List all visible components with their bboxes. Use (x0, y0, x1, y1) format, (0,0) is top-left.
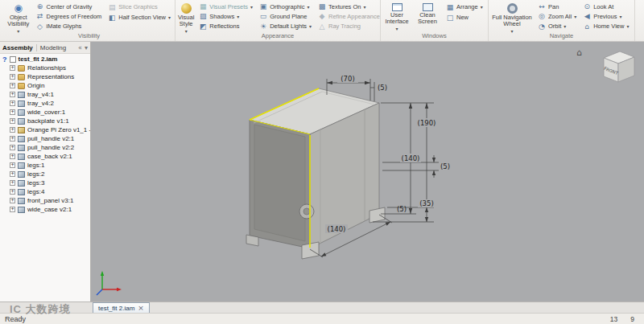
expand-icon[interactable]: + (10, 65, 15, 71)
orthographic-button[interactable]: ▣ Orthographic ▾ (258, 2, 313, 11)
tree-item-wide-cover-1[interactable]: + wide_cover:1 (0, 108, 90, 117)
tab-modeling[interactable]: Modeling (40, 44, 66, 51)
previous-icon: ◀ (583, 12, 591, 20)
object-visibility-button[interactable]: ◉ Object Visibility ▾ (6, 2, 31, 31)
tree-item-pull-handle-v2-2[interactable]: + pull_handle v2:2 (0, 143, 90, 152)
tree-item-tray-v4-2[interactable]: + tray_v4:2 (0, 99, 90, 108)
default-lights-icon: ☀ (259, 23, 267, 31)
ribbon-group-label-windows[interactable]: Windows (383, 31, 485, 41)
status-count-occurrences: 13 (610, 315, 617, 323)
degrees-of-freedom-label: Degrees of Freedom (47, 13, 102, 20)
degrees-of-freedom-button[interactable]: ⇄ Degrees of Freedom (35, 11, 104, 21)
expand-icon[interactable]: + (10, 136, 15, 141)
tree-item-backplate-v1-1[interactable]: + backplate v1:1 (0, 117, 90, 125)
tree-item-front-panel-v3-1[interactable]: + front_panel v3:1 (0, 196, 90, 205)
tree-item-legs-1[interactable]: + legs:1 (0, 161, 90, 170)
half-section-view-button[interactable]: ◧ Half Section View ▾ (106, 12, 172, 23)
viewport-3d[interactable]: (70) (5) (190) (140) (5) (35) (140) (5) … (91, 42, 644, 301)
half-section-view-label: Half Section View (118, 14, 166, 21)
status-bar: Ready 13 9 (0, 313, 644, 324)
new-window-button[interactable]: □ New (444, 12, 485, 23)
ribbon-group-label-navigate[interactable]: Navigate (491, 31, 632, 41)
pan-button[interactable]: ↔ Pan (536, 2, 578, 11)
center-of-gravity-button[interactable]: ⊕ Center of Gravity (35, 2, 104, 11)
tab-assembly[interactable]: Assembly (2, 44, 37, 51)
expand-icon[interactable]: + (10, 127, 15, 133)
textures-on-button[interactable]: ▩ Textures On ▾ (316, 2, 382, 11)
tree-item-root-document[interactable]: ? test_fit 2.iam (0, 55, 90, 64)
expand-icon[interactable]: + (10, 162, 15, 168)
viewcube[interactable]: ⌂ FRONT (576, 46, 638, 88)
ribbon-group-label-appearance[interactable]: Appearance (178, 31, 378, 41)
expand-icon[interactable]: + (10, 145, 15, 150)
chevron-down-icon: ▾ (564, 23, 566, 29)
ray-tracing-button: △ Ray Tracing (316, 22, 382, 31)
tree-item-label: legs:1 (27, 162, 44, 169)
tree-item-case-back-v2-1[interactable]: + case_back v2:1 (0, 152, 90, 161)
tree-item-legs-4[interactable]: + legs:4 (0, 187, 90, 196)
orthographic-label: Orthographic (270, 3, 304, 10)
expand-icon[interactable]: + (10, 189, 15, 195)
tree-item-legs-3[interactable]: + legs:3 (0, 178, 90, 187)
tree-item-orange-pi-zero[interactable]: + Orange Pi Zero v1_1 - Ensambl (0, 125, 90, 134)
tree-item-legs-2[interactable]: + legs:2 (0, 170, 90, 178)
viewcube-cube[interactable]: FRONT (591, 46, 638, 86)
zoom-all-label: Zoom All (548, 13, 572, 20)
home-view-button[interactable]: ⌂ Home View ▾ (581, 22, 630, 31)
expand-icon[interactable]: + (10, 92, 15, 97)
shadows-button[interactable]: ▨ Shadows ▾ (197, 11, 254, 21)
chevron-down-icon: ▾ (309, 23, 312, 29)
part-icon (18, 207, 25, 213)
ribbon-group-windows: User Interface ▾ Clean Screen ▦ Arrange … (381, 0, 489, 41)
ribbon-group-label-visibility[interactable]: Visibility (6, 31, 172, 41)
tree-item-pull-handle-v2-1[interactable]: + pull_handle v2:1 (0, 134, 90, 143)
tree-item-label: pull_handle v2:2 (27, 144, 74, 151)
tree-item-origin[interactable]: + Origin (0, 81, 90, 90)
reflections-button[interactable]: ◩ Reflections (197, 22, 254, 31)
expand-icon[interactable]: + (10, 118, 15, 124)
zoom-all-button[interactable]: ◎ Zoom All ▾ (536, 11, 578, 21)
tree-item-relationships[interactable]: + Relationships (0, 64, 90, 72)
tree-item-tray-v4-1[interactable]: + tray_v4:1 (0, 90, 90, 99)
expand-icon[interactable]: + (10, 180, 15, 186)
chevron-down-icon: ▾ (250, 4, 253, 10)
object-visibility-label: Object Visibility (6, 14, 31, 27)
look-at-button[interactable]: ⊙ Look At (581, 2, 630, 11)
browser-tree: ? test_fit 2.iam + Relationships + Repre… (0, 54, 90, 301)
previous-view-button[interactable]: ◀ Previous ▾ (581, 11, 630, 21)
expand-icon[interactable]: + (10, 154, 15, 159)
expand-icon[interactable]: + (10, 198, 15, 203)
tree-item-label: legs:3 (27, 179, 44, 187)
expand-icon[interactable]: + (10, 207, 15, 212)
imate-glyphs-button[interactable]: ◇ iMate Glyphs (35, 22, 104, 31)
dimension-label: (190) (418, 119, 436, 127)
tree-item-label: wide_case v2:1 (27, 206, 72, 213)
part-icon (18, 100, 25, 107)
tree-item-wide-case-v2-1[interactable]: + wide_case v2:1 (0, 205, 90, 214)
tree-item-representations[interactable]: + Representations (0, 72, 90, 81)
panel-menu-icon[interactable]: ▾ (85, 44, 88, 51)
home-icon: ⌂ (583, 23, 591, 31)
refine-appearance-icon: ◆ (318, 12, 326, 20)
user-interface-button[interactable]: User Interface ▾ (383, 2, 411, 31)
clean-screen-button[interactable]: Clean Screen (414, 2, 441, 31)
default-lights-button[interactable]: ☀ Default Lights ▾ (258, 22, 313, 31)
arrange-button[interactable]: ▦ Arrange ▾ (444, 2, 485, 12)
visual-style-button[interactable]: Visual Style ▾ (178, 2, 194, 31)
expand-icon[interactable]: + (10, 83, 15, 88)
expand-icon[interactable]: + (10, 100, 15, 106)
expand-icon[interactable]: + (10, 74, 15, 80)
expand-icon[interactable]: + (10, 109, 15, 115)
expand-icon[interactable]: + (10, 171, 15, 177)
document-tab[interactable]: test_fit 2.iam × (93, 302, 150, 313)
panel-collapse-icon[interactable]: « (78, 44, 82, 51)
close-icon[interactable]: × (138, 304, 144, 312)
reflections-icon: ◩ (199, 23, 207, 31)
scene-svg: (70) (5) (190) (140) (5) (35) (140) (5) (91, 42, 643, 301)
viewcube-home-icon[interactable]: ⌂ (576, 47, 582, 58)
user-interface-label: User Interface (383, 12, 411, 25)
orbit-button[interactable]: ◔ Orbit ▾ (536, 22, 578, 31)
pan-icon: ↔ (538, 2, 546, 10)
full-navigation-wheel-button[interactable]: Full Navigation Wheel ▾ (491, 2, 533, 31)
ground-plane-button[interactable]: ▭ Ground Plane (258, 11, 313, 21)
